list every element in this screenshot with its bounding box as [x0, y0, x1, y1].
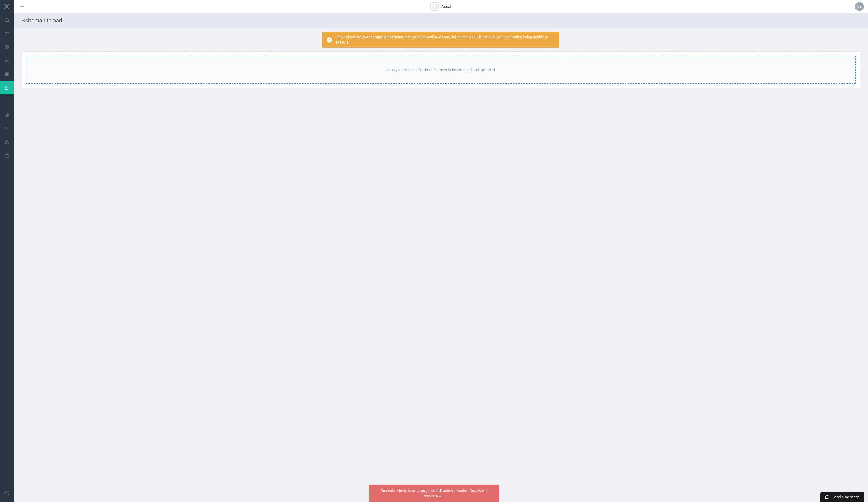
sidebar-item-briefcase[interactable]	[0, 149, 13, 162]
svg-point-11	[7, 101, 7, 102]
app-icon	[430, 2, 439, 11]
svg-point-1	[6, 47, 8, 48]
sidebar-item-apps[interactable]	[0, 67, 13, 81]
error-text: Duplicate schema io.axual.qa.general1.Ra…	[381, 489, 487, 498]
svg-point-12	[8, 101, 9, 102]
svg-rect-6	[7, 72, 9, 74]
sidebar-item-copy[interactable]	[0, 108, 13, 122]
sidebar-item-target[interactable]	[0, 40, 13, 54]
main-area: Axual CB Schema Upload ! Only upload the…	[13, 0, 868, 502]
svg-point-20	[7, 494, 7, 494]
user-avatar[interactable]: CB	[855, 2, 864, 11]
page-title: Schema Upload	[21, 17, 860, 24]
topbar-title-group: Axual	[430, 2, 451, 11]
warning-banner: ! Only upload the exact compiled schema …	[322, 32, 559, 48]
svg-rect-13	[5, 113, 8, 115]
sidebar-item-more[interactable]	[0, 94, 13, 108]
sidebar-item-cluster[interactable]	[0, 54, 13, 67]
sidebar-item-streams[interactable]	[0, 27, 13, 40]
svg-point-15	[7, 140, 7, 141]
dropzone-text: Drop your schema files here for them to …	[387, 68, 495, 72]
menu-toggle-button[interactable]	[18, 3, 26, 10]
svg-rect-14	[6, 114, 8, 116]
content: ! Only upload the exact compiled schema …	[13, 28, 868, 502]
warning-text: Only upload the exact compiled schema th…	[336, 35, 555, 45]
svg-point-4	[7, 61, 9, 62]
chat-label: Send a message	[832, 495, 860, 499]
app-title: Axual	[441, 4, 451, 9]
svg-rect-18	[5, 155, 9, 157]
svg-rect-7	[5, 74, 7, 76]
svg-point-3	[5, 61, 6, 62]
upload-card: Drop your schema files here for them to …	[21, 51, 860, 89]
svg-point-16	[5, 143, 6, 144]
logo[interactable]	[0, 0, 13, 13]
svg-point-17	[8, 143, 9, 144]
sidebar-item-schema[interactable]	[0, 81, 13, 94]
warning-prefix: Only upload the	[336, 35, 362, 39]
svg-rect-21	[433, 5, 436, 8]
svg-rect-8	[7, 74, 9, 76]
error-toast: Duplicate schema io.axual.qa.general1.Ra…	[369, 484, 499, 502]
svg-rect-5	[5, 72, 7, 74]
sidebar-item-help[interactable]	[0, 486, 13, 500]
svg-point-2	[6, 59, 8, 60]
page-header: Schema Upload	[13, 13, 868, 28]
chat-widget[interactable]: Send a message	[820, 492, 864, 502]
warning-icon: !	[327, 37, 332, 42]
warning-bold: exact compiled schema	[362, 35, 403, 39]
sidebar-item-integrations[interactable]	[0, 135, 13, 149]
svg-point-10	[5, 101, 6, 102]
chat-icon	[825, 495, 830, 499]
sidebar-item-billing[interactable]	[0, 122, 13, 135]
sidebar	[0, 0, 13, 502]
topbar: Axual CB	[13, 0, 868, 13]
svg-rect-9	[6, 86, 8, 90]
schema-dropzone[interactable]: Drop your schema files here for them to …	[26, 56, 856, 84]
sidebar-item-home[interactable]	[0, 13, 13, 27]
